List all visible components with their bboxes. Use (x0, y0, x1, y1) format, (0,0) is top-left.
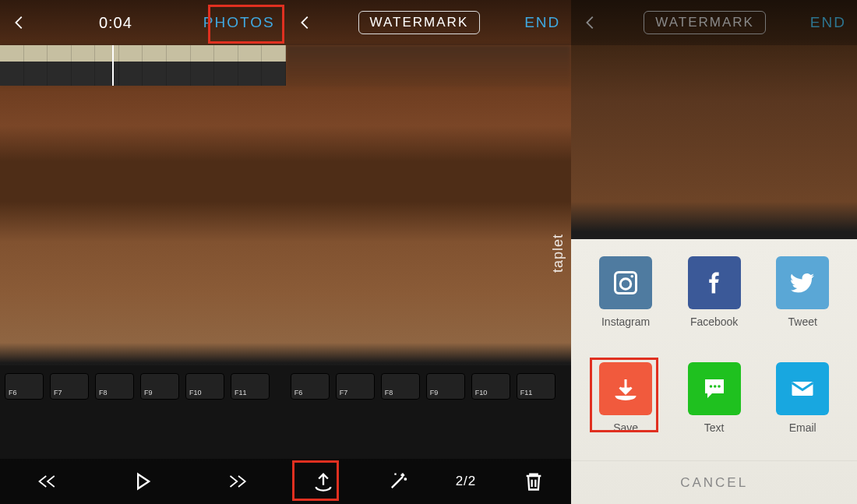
kb-key: F11 (231, 373, 270, 400)
playhead[interactable] (112, 45, 114, 86)
share-label: Save (613, 421, 638, 434)
keyboard-decor: F6 F7 F8 F9 F10 F11 (286, 365, 572, 459)
kb-key: F6 (5, 373, 44, 400)
share-text[interactable]: Text (682, 362, 747, 454)
watermark-text: taplet (550, 234, 566, 273)
kb-key: F11 (517, 373, 555, 400)
share-grid: Instagram Facebook Tweet Save (571, 239, 857, 460)
screen-edit-photo: WATERMARK END taplet F6 F7 F8 F9 F10 F11… (286, 0, 572, 504)
share-sheet: Instagram Facebook Tweet Save (571, 239, 857, 504)
share-save[interactable]: Save (593, 362, 658, 454)
header: WATERMARK END (286, 0, 572, 45)
watermark-button[interactable]: WATERMARK (358, 11, 481, 34)
playback-bar (0, 459, 286, 504)
share-label: Facebook (690, 315, 738, 328)
kb-key: F9 (140, 373, 179, 400)
timeline-thumb (191, 45, 215, 86)
timeline-strip[interactable] (0, 45, 286, 86)
timeline-thumb (72, 45, 96, 86)
header: WATERMARK END (571, 0, 857, 45)
back-button[interactable] (582, 14, 599, 31)
share-label: Tweet (788, 315, 817, 328)
svg-point-3 (631, 275, 634, 278)
email-icon (776, 362, 829, 415)
share-instagram[interactable]: Instagram (593, 256, 658, 348)
delete-button[interactable] (517, 464, 551, 499)
end-button[interactable]: END (524, 14, 560, 31)
kb-key: F9 (426, 373, 465, 400)
kb-key: F7 (336, 373, 375, 400)
timeline-thumb (143, 45, 167, 86)
magic-button[interactable] (381, 464, 415, 499)
cancel-button[interactable]: CANCEL (571, 460, 857, 504)
share-label: Email (789, 421, 816, 434)
edit-toolbar: 2/2 (286, 459, 572, 504)
page-counter: 2/2 (456, 474, 477, 489)
share-label: Text (704, 421, 725, 434)
watermark-button[interactable]: WATERMARK (644, 11, 766, 34)
share-email[interactable]: Email (770, 362, 835, 454)
share-tweet[interactable]: Tweet (770, 256, 835, 348)
screen-share-sheet: WATERMARK END Instagram Facebook Tw (571, 0, 857, 504)
back-button[interactable] (11, 14, 28, 31)
header: 0:04 PHOTOS (0, 0, 286, 45)
timeline-thumb (95, 45, 119, 86)
end-button[interactable]: END (810, 14, 846, 31)
screen-video-scrub: 0:04 PHOTOS F6 F7 F8 F9 F10 F11 (0, 0, 286, 504)
kb-key: F6 (291, 373, 330, 400)
timeline-thumb (214, 45, 238, 86)
photos-button[interactable]: PHOTOS (203, 14, 275, 31)
kb-key: F7 (50, 373, 89, 400)
timeline-thumb (0, 45, 24, 86)
kb-key: F8 (381, 373, 420, 400)
facebook-icon (688, 256, 741, 309)
forward-button[interactable] (221, 464, 256, 499)
svg-point-6 (718, 385, 721, 388)
back-button[interactable] (297, 14, 314, 31)
kb-key: F10 (185, 373, 224, 400)
twitter-icon (776, 256, 829, 309)
svg-point-5 (714, 385, 717, 388)
timeline-thumb (119, 45, 143, 86)
keyboard-decor: F6 F7 F8 F9 F10 F11 (0, 365, 286, 459)
svg-point-1 (620, 279, 631, 290)
timeline-thumb (238, 45, 263, 86)
share-label: Instagram (601, 315, 650, 328)
instagram-icon (599, 256, 652, 309)
timecode-label: 0:04 (99, 14, 132, 32)
svg-point-4 (709, 385, 712, 388)
text-icon (688, 362, 741, 415)
rewind-button[interactable] (30, 464, 65, 499)
play-button[interactable] (125, 464, 160, 499)
timeline-thumb (48, 45, 72, 86)
timeline-thumb (24, 45, 48, 86)
share-button[interactable] (306, 464, 340, 499)
kb-key: F10 (471, 373, 510, 400)
timeline-thumb (167, 45, 191, 86)
kb-key: F8 (95, 373, 134, 400)
save-icon (599, 362, 652, 415)
share-facebook[interactable]: Facebook (682, 256, 747, 348)
timeline-thumb (262, 45, 285, 86)
